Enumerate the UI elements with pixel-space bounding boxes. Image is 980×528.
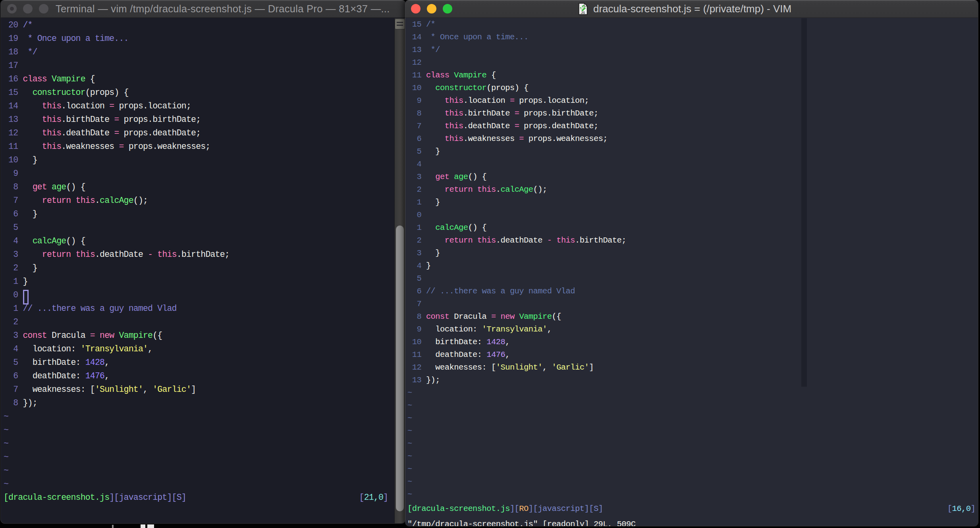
svg-text:JS: JS: [581, 11, 585, 15]
